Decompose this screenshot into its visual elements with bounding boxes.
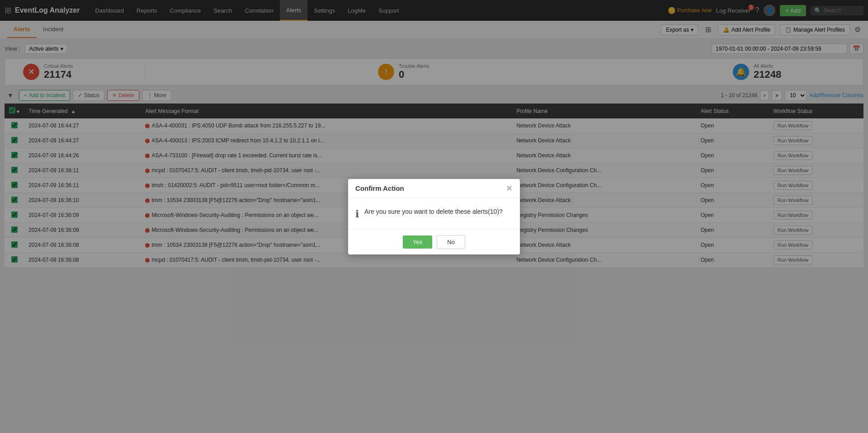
modal-close-button[interactable]: ✕	[506, 184, 513, 193]
no-button[interactable]: No	[437, 235, 465, 249]
modal-header: Confirm Action ✕	[348, 179, 520, 198]
modal-body: ℹ Are you sure you want to delete these …	[348, 198, 520, 229]
modal-overlay[interactable]: Confirm Action ✕ ℹ Are you sure you want…	[0, 0, 868, 433]
modal-footer: Yes No	[348, 229, 520, 254]
info-icon: ℹ	[355, 208, 359, 220]
modal-title: Confirm Action	[355, 184, 404, 192]
modal-message: Are you sure you want to delete these al…	[364, 207, 503, 216]
yes-button[interactable]: Yes	[403, 235, 432, 249]
confirm-action-modal: Confirm Action ✕ ℹ Are you sure you want…	[348, 179, 520, 254]
